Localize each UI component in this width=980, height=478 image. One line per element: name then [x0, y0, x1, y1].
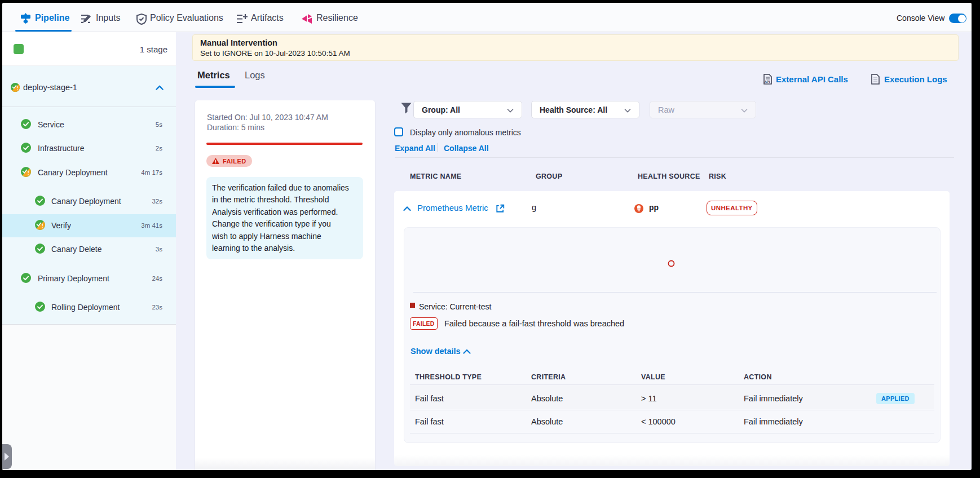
svg-text:API: API	[765, 80, 770, 83]
